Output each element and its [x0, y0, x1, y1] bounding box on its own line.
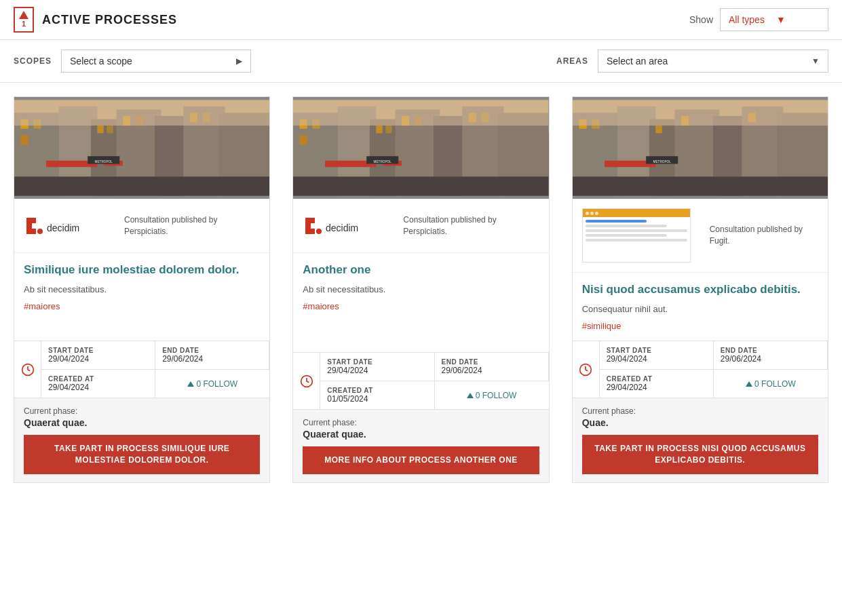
decidim-logo-2: decidim: [303, 212, 384, 239]
screenshot-bar: [583, 209, 690, 217]
svg-text:decidim: decidim: [47, 223, 79, 233]
follow-button-2[interactable]: 0 FOLLOW: [467, 391, 517, 400]
alert-count: 1: [22, 20, 26, 28]
cta-button-3[interactable]: TAKE PART IN PROCESS NISI QUOD AC­CUSAMU…: [582, 435, 818, 474]
alert-triangle-icon: [19, 11, 28, 19]
page-title: ACTIVE PROCESSES: [42, 13, 177, 27]
follow-icon-2: [467, 393, 474, 398]
svg-rect-21: [14, 177, 269, 196]
card-tag-2[interactable]: maiores: [303, 301, 539, 311]
phase-label-3: Current phase:: [582, 406, 818, 416]
scope-select[interactable]: Select a scope ▶: [61, 50, 251, 73]
created-cell-3: CREATED AT 29/04/2024: [600, 370, 714, 398]
svg-rect-78: [573, 177, 828, 196]
phase-label-2: Current phase:: [303, 418, 539, 427]
svg-text:decidim: decidim: [326, 223, 358, 233]
card-tag-1[interactable]: maiores: [24, 301, 260, 311]
screenshot-line-4: [586, 234, 667, 237]
follow-count-2: 0 FOLLOW: [476, 391, 517, 400]
dot3: [595, 212, 598, 215]
card-title-3: Nisi quod accusamus explicabo debitis.: [582, 282, 818, 297]
start-date-cell-3: START DATE 29/04/2024: [600, 341, 714, 370]
card-image-3: METROPOL: [573, 97, 828, 199]
svg-rect-58: [308, 229, 315, 234]
phase-value-1: Quaerat quae.: [24, 417, 260, 428]
svg-rect-45: [386, 126, 392, 133]
area-select[interactable]: Select an area ▼: [598, 50, 828, 73]
end-date-label-1: END DATE: [162, 347, 262, 354]
type-filter-select[interactable]: All types ▼: [720, 8, 828, 31]
phase-label-1: Current phase:: [24, 406, 260, 416]
area-filter-group: AREAS Select an area ▼: [556, 50, 828, 73]
svg-rect-26: [29, 218, 36, 223]
created-cell-1: CREATED AT 29/04/2024: [41, 370, 155, 398]
card-logo-section-2: decidim Consultation published by Perspi…: [293, 199, 548, 253]
screenshot-line-3: [586, 229, 687, 232]
screenshot-line-1: [586, 220, 647, 223]
card-footer-1: Current phase: Quaerat quae. TAKE PART I…: [14, 398, 269, 482]
card-title-2: Another one: [303, 263, 539, 277]
start-date-value-3: 29/04/2024: [607, 354, 706, 364]
type-filter-value: All types: [729, 14, 772, 25]
card-image-2: METROPOL: [293, 97, 548, 199]
filters-bar: SCOPES Select a scope ▶ AREAS Select an …: [0, 40, 842, 83]
follow-icon-3: [746, 381, 752, 387]
header-right: Show All types ▼: [689, 8, 828, 31]
follow-icon-1: [187, 381, 194, 387]
created-label-1: CREATED AT: [48, 375, 148, 383]
screenshot-line-2: [586, 225, 667, 227]
screenshot-body: [583, 217, 690, 262]
card-desc-2: Ab sit necessitatibus.: [303, 284, 539, 294]
end-date-label-3: END DATE: [721, 347, 820, 354]
svg-text:METROPOL: METROPOL: [653, 160, 671, 163]
follow-button-1[interactable]: 0 FOLLOW: [187, 379, 237, 389]
area-arrow-icon: ▼: [811, 56, 820, 66]
created-cell-2: CREATED AT 01/05/2024: [320, 381, 434, 409]
card-desc-1: Ab sit necessitatibus.: [24, 284, 260, 294]
follow-cell-2[interactable]: 0 FOLLOW: [435, 381, 549, 409]
dot1: [586, 212, 589, 215]
end-date-value-1: 29/06/2024: [162, 354, 262, 364]
consultation-text-2: Consultation published by Perspiciatis.: [395, 214, 539, 237]
end-date-value-2: 29/06/2024: [442, 366, 541, 375]
clock-icon-3: [573, 341, 600, 398]
svg-point-59: [316, 229, 322, 234]
follow-cell-1[interactable]: 0 FOLLOW: [155, 370, 269, 398]
card-desc-3: Consequatur nihil aut.: [582, 304, 818, 314]
screenshot-thumb-3: [582, 208, 691, 263]
svg-point-28: [37, 229, 43, 234]
alert-badge: 1: [14, 7, 34, 33]
card-tag-3[interactable]: similique: [582, 321, 818, 331]
card-footer-2: Current phase: Quaerat quae. MORE INFO A…: [293, 409, 548, 482]
svg-rect-44: [377, 126, 383, 133]
svg-text:METROPOL: METROPOL: [374, 160, 392, 163]
svg-rect-57: [308, 218, 315, 223]
created-value-1: 29/04/2024: [48, 383, 148, 392]
svg-rect-52: [293, 177, 548, 196]
card-dates-1: START DATE 29/04/2024 END DATE 29/06/202…: [14, 341, 269, 398]
scopes-label: SCOPES: [14, 56, 52, 66]
start-date-label-2: START DATE: [327, 358, 427, 366]
created-value-2: 01/05/2024: [327, 394, 427, 404]
follow-cell-3[interactable]: 0 FOLLOW: [714, 370, 828, 398]
svg-text:METROPOL: METROPOL: [95, 160, 113, 163]
show-label: Show: [689, 14, 713, 25]
created-label-3: CREATED AT: [607, 375, 706, 383]
cta-button-2[interactable]: MORE INFO ABOUT PROCESS ANOTHER ONE: [303, 446, 539, 474]
card-image-1: METROPOL: [14, 97, 269, 199]
follow-button-3[interactable]: 0 FOLLOW: [746, 379, 796, 389]
screenshot-line-5: [586, 239, 687, 242]
scope-arrow-icon: ▶: [236, 56, 242, 66]
card-dates-3: START DATE 29/04/2024 END DATE 29/06/202…: [573, 341, 828, 398]
end-date-cell-3: END DATE 29/06/2024: [714, 341, 828, 370]
end-date-value-3: 29/06/2024: [721, 354, 820, 364]
decidim-logo-1: decidim: [24, 212, 105, 239]
consultation-text-1: Consultation published by Perspiciatis.: [116, 214, 260, 237]
phase-value-3: Quae.: [582, 417, 818, 428]
cta-button-1[interactable]: TAKE PART IN PROCESS SIMILIQUE IURE MOLE…: [24, 435, 260, 474]
svg-rect-43: [300, 135, 307, 145]
created-value-3: 29/04/2024: [607, 383, 706, 392]
follow-count-1: 0 FOLLOW: [196, 379, 237, 389]
svg-rect-24: [14, 100, 269, 126]
svg-rect-14: [107, 126, 113, 133]
